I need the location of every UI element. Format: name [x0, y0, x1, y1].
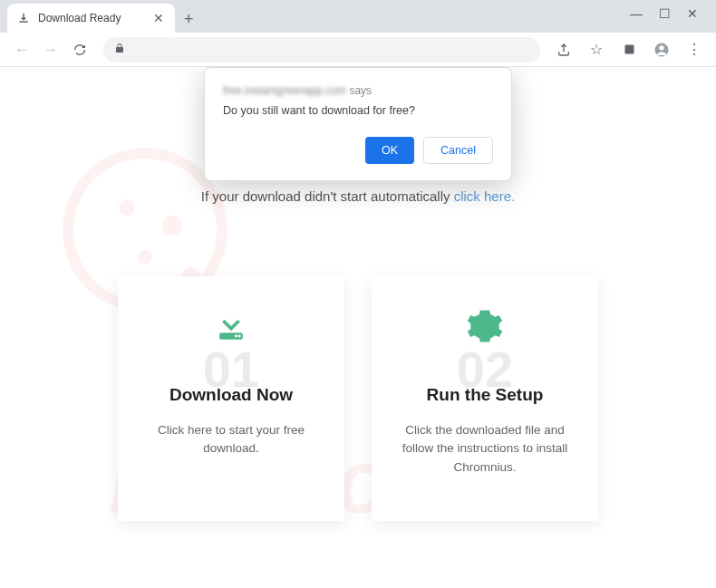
- cancel-button[interactable]: Cancel: [423, 137, 493, 164]
- page-content: risk.com Almost There... If your downloa…: [0, 67, 716, 588]
- dialog-origin-suffix: says: [349, 84, 372, 97]
- dialog-overlay: free.instantgreenapp.com says Do you sti…: [0, 67, 716, 588]
- ok-button[interactable]: OK: [365, 137, 414, 164]
- dialog-actions: OK Cancel: [223, 137, 493, 164]
- forward-button[interactable]: →: [38, 37, 63, 63]
- extensions-icon[interactable]: [616, 37, 642, 63]
- tab-title: Download Ready: [38, 12, 144, 24]
- svg-rect-0: [624, 45, 634, 54]
- profile-icon[interactable]: [649, 37, 674, 63]
- tab-bar: Download Ready ✕ +: [0, 0, 716, 33]
- window-controls: — ☐ ✕: [630, 0, 716, 27]
- dialog-message: Do you still want to download for free?: [223, 104, 493, 117]
- close-window-icon[interactable]: ✕: [687, 6, 698, 21]
- minimize-icon[interactable]: —: [630, 6, 643, 21]
- js-dialog: free.instantgreenapp.com says Do you sti…: [204, 67, 512, 181]
- reload-button[interactable]: [67, 37, 92, 63]
- menu-icon[interactable]: ⋮: [682, 37, 707, 63]
- back-button[interactable]: ←: [9, 37, 34, 63]
- browser-tab[interactable]: Download Ready ✕: [7, 4, 175, 33]
- toolbar-right: ☆ ⋮: [551, 37, 707, 63]
- bookmark-icon[interactable]: ☆: [584, 37, 609, 63]
- maximize-icon[interactable]: ☐: [659, 6, 671, 21]
- toolbar: ← → ☆ ⋮: [0, 33, 716, 67]
- tab-close-icon[interactable]: ✕: [151, 9, 166, 27]
- download-icon: [16, 11, 31, 25]
- svg-point-2: [659, 45, 663, 50]
- new-tab-button[interactable]: +: [175, 6, 203, 33]
- dialog-origin-host: free.instantgreenapp.com: [223, 84, 346, 97]
- dialog-origin: free.instantgreenapp.com says: [223, 84, 493, 97]
- share-icon[interactable]: [551, 37, 576, 63]
- address-bar[interactable]: [103, 37, 540, 63]
- lock-icon: [114, 43, 125, 56]
